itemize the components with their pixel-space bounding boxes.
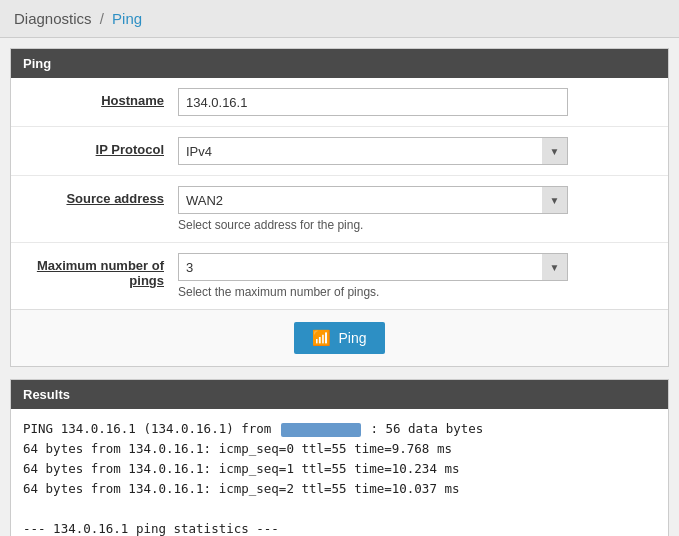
max-pings-label: Maximum number of pings <box>23 253 178 288</box>
ping-panel-body: Hostname IP Protocol IPv4 IPv6 ▼ <box>11 78 668 309</box>
hostname-row: Hostname <box>11 78 668 127</box>
max-pings-hint: Select the maximum number of pings. <box>178 285 656 299</box>
result-line-2: 64 bytes from 134.0.16.1: icmp_seq=0 ttl… <box>23 439 656 459</box>
ping-button[interactable]: 📶 Ping <box>294 322 384 354</box>
breadcrumb-main: Diagnostics <box>14 10 92 27</box>
ping-panel: Ping Hostname IP Protocol IPv4 IPv6 <box>10 48 669 367</box>
result-line-stats-header: --- 134.0.16.1 ping statistics --- <box>23 519 656 536</box>
ip-protocol-row: IP Protocol IPv4 IPv6 ▼ <box>11 127 668 176</box>
result-line-3: 64 bytes from 134.0.16.1: icmp_seq=1 ttl… <box>23 459 656 479</box>
source-address-control: WAN2 WAN1 LAN ▼ Select source address fo… <box>178 186 656 232</box>
breadcrumb: Diagnostics / Ping <box>0 0 679 38</box>
ip-protocol-label: IP Protocol <box>23 137 178 157</box>
result-line-blank <box>23 499 656 519</box>
ping-panel-header: Ping <box>11 49 668 78</box>
max-pings-row: Maximum number of pings 1 2 3 4 5 ▼ Sele… <box>11 243 668 309</box>
ip-protocol-select-wrap: IPv4 IPv6 ▼ <box>178 137 568 165</box>
source-address-select[interactable]: WAN2 WAN1 LAN <box>178 186 568 214</box>
ping-button-row: 📶 Ping <box>11 309 668 366</box>
ip-protocol-control: IPv4 IPv6 ▼ <box>178 137 656 165</box>
source-address-row: Source address WAN2 WAN1 LAN ▼ Select so… <box>11 176 668 243</box>
hostname-control <box>178 88 656 116</box>
result-line-4: 64 bytes from 134.0.16.1: icmp_seq=2 ttl… <box>23 479 656 499</box>
results-panel-header: Results <box>11 380 668 409</box>
wifi-icon: 📶 <box>312 329 331 347</box>
ip-protocol-select[interactable]: IPv4 IPv6 <box>178 137 568 165</box>
results-panel: Results PING 134.0.16.1 (134.0.16.1) fro… <box>10 379 669 536</box>
source-address-label: Source address <box>23 186 178 206</box>
max-pings-control: 1 2 3 4 5 ▼ Select the maximum number of… <box>178 253 656 299</box>
max-pings-select[interactable]: 1 2 3 4 5 <box>178 253 568 281</box>
breadcrumb-current: Ping <box>112 10 142 27</box>
blurred-ip <box>281 423 361 437</box>
result-line-1: PING 134.0.16.1 (134.0.16.1) from : 56 d… <box>23 419 656 439</box>
hostname-label: Hostname <box>23 88 178 108</box>
max-pings-select-wrap: 1 2 3 4 5 ▼ <box>178 253 568 281</box>
hostname-input[interactable] <box>178 88 568 116</box>
source-address-hint: Select source address for the ping. <box>178 218 656 232</box>
source-address-select-wrap: WAN2 WAN1 LAN ▼ <box>178 186 568 214</box>
breadcrumb-separator: / <box>100 10 104 27</box>
results-body: PING 134.0.16.1 (134.0.16.1) from : 56 d… <box>11 409 668 536</box>
ping-button-label: Ping <box>338 330 366 346</box>
